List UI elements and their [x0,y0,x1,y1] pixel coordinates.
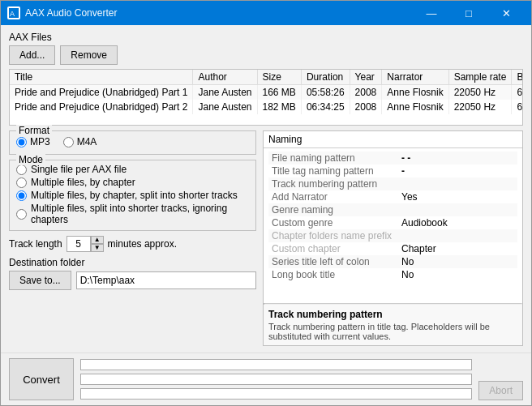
mode-label-0: Single file per AAX file [31,164,127,175]
progress-bar-2 [80,374,472,385]
naming-value-1: - [398,165,517,177]
naming-panel: Naming File naming pattern - - Title tag… [263,130,523,346]
naming-row-1: Title tag naming pattern - [268,165,517,177]
bottom-bar: Convert Abort [1,353,531,405]
col-narrator: Narrator [382,70,448,85]
naming-label-2: Track numbering pattern [268,177,398,190]
naming-label-1: Title tag naming pattern [268,165,398,177]
app-icon: A [7,6,20,19]
svg-text:A: A [10,10,15,18]
add-button[interactable]: Add... [9,45,55,65]
destination-section: Destination folder Save to... [9,257,256,290]
save-to-button[interactable]: Save to... [9,271,71,290]
spinner-buttons: ▲ ▼ [91,236,104,252]
progress-bar-1 [80,359,472,370]
cell-author: Jane Austen [193,85,257,100]
format-section: Format MP3 M4A [9,130,256,155]
naming-value-2 [398,177,517,190]
track-length-input[interactable] [66,236,91,252]
table-header-row: Title Author Size Duration Year Narrator… [10,70,523,85]
aax-files-section: AAX Files Add... Remove Title Author Siz… [9,32,523,126]
table-row[interactable]: Pride and Prejudice (Unabridged) Part 1 … [10,85,523,100]
naming-label-7: Custom chapter [268,242,398,255]
naming-row-8: Series title left of colon No [268,255,517,268]
format-label: Format [16,125,52,136]
naming-value-4 [398,203,517,216]
naming-label-9: Long book title [268,268,398,281]
format-m4a-radio[interactable] [63,137,74,147]
naming-label-0: File naming pattern [268,152,398,165]
spinner-down-btn[interactable]: ▼ [91,244,104,252]
track-length-spinner[interactable]: ▲ ▼ [66,236,104,252]
naming-value-8: No [398,255,517,268]
convert-button[interactable]: Convert [9,358,74,400]
files-table-container[interactable]: Title Author Size Duration Year Narrator… [9,69,523,126]
aax-files-label: AAX Files [9,32,523,43]
format-mp3-radio[interactable] [16,137,27,147]
main-content: AAX Files Add... Remove Title Author Siz… [1,25,531,353]
naming-value-3: Yes [398,190,517,203]
mode-label-1: Multiple files, by chapter [31,177,135,188]
close-button[interactable]: ✕ [487,1,525,25]
track-length-label: Track length [9,238,62,250]
mode-radio-2[interactable] [16,190,27,201]
spinner-up-btn[interactable]: ▲ [91,236,104,244]
naming-value-7: Chapter [398,242,517,255]
naming-header: Naming [264,131,522,148]
col-title: Title [10,70,193,85]
col-size: Size [257,70,301,85]
table-body: Pride and Prejudice (Unabridged) Part 1 … [10,85,523,115]
naming-value-6 [398,229,517,242]
naming-value-9: No [398,268,517,281]
mode-option-1[interactable]: Multiple files, by chapter [16,177,249,188]
mode-option-2[interactable]: Multiple files, by chapter, split into s… [16,190,249,201]
naming-row-4: Genre naming [268,203,517,216]
middle-section: Format MP3 M4A Mode [9,130,523,346]
naming-row-6: Chapter folders name prefix [268,229,517,242]
col-author: Author [193,70,257,85]
naming-body: File naming pattern - - Title tag naming… [268,152,517,281]
cell-bit-rate: 64 kb/s [512,100,523,114]
format-m4a-label: M4A [77,136,97,147]
window-title: AAX Audio Converter [25,7,117,19]
mode-option-3[interactable]: Multiple files, split into shorter track… [16,203,249,225]
naming-row-2: Track numbering pattern [268,177,517,190]
track-length-suffix: minutes approx. [108,238,177,250]
format-mp3-option[interactable]: MP3 [16,136,50,147]
col-year: Year [350,70,382,85]
cell-narrator: Anne Flosnik [382,85,448,100]
format-m4a-option[interactable]: M4A [63,136,97,147]
cell-bit-rate: 64 kb/s [512,85,523,100]
mode-radio-3[interactable] [16,209,27,220]
destination-label: Destination folder [9,257,256,268]
cell-duration: 05:58:26 [301,85,350,100]
table-row[interactable]: Pride and Prejudice (Unabridged) Part 2 … [10,100,523,114]
abort-button[interactable]: Abort [478,381,523,400]
cell-sample-rate: 22050 Hz [448,100,512,114]
file-buttons-row: Add... Remove [9,45,523,65]
col-duration: Duration [301,70,350,85]
cell-size: 182 MB [257,100,301,114]
cell-author: Jane Austen [193,100,257,114]
naming-label: Naming [268,134,302,145]
progress-area [80,359,472,400]
mode-radio-0[interactable] [16,165,27,175]
remove-button[interactable]: Remove [60,45,118,65]
track-length-row: Track length ▲ ▼ minutes approx. [9,236,256,252]
naming-desc-title: Track numbering pattern [268,309,517,320]
destination-path-input[interactable] [76,271,256,289]
files-table: Title Author Size Duration Year Narrator… [10,70,523,114]
mode-radio-1[interactable] [16,177,27,188]
cell-duration: 06:34:25 [301,100,350,114]
naming-label-6: Chapter folders name prefix [268,229,398,242]
naming-table: File naming pattern - - Title tag naming… [268,152,517,281]
maximize-button[interactable]: □ [450,1,487,25]
title-bar-left: A AAX Audio Converter [7,6,117,19]
minimize-button[interactable]: — [413,1,450,25]
title-bar: A AAX Audio Converter — □ ✕ [1,1,531,25]
main-window: A AAX Audio Converter — □ ✕ AAX Files Ad… [0,0,532,406]
format-radio-row: MP3 M4A [16,135,249,149]
cell-narrator: Anne Flosnik [382,100,448,114]
naming-description: Track numbering pattern Track numbering … [264,305,522,345]
mode-option-0[interactable]: Single file per AAX file [16,164,249,175]
